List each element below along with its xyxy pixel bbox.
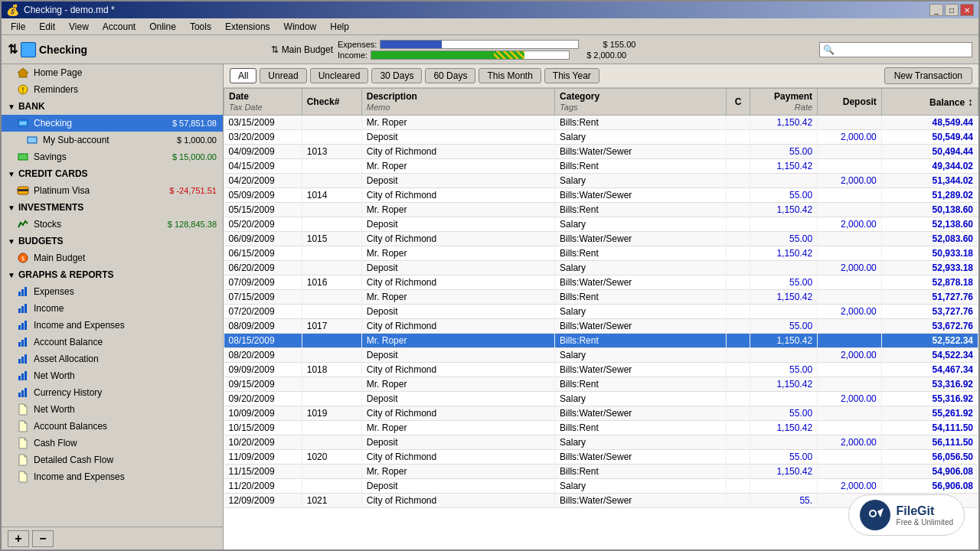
- cell-balance: 53,672.76: [881, 319, 978, 334]
- cell-check: [302, 348, 361, 363]
- sidebar-item-main-budget[interactable]: Main Budget: [2, 249, 223, 266]
- sidebar-item-detailed-cash-flow[interactable]: Detailed Cash Flow: [2, 452, 223, 468]
- menu-tools[interactable]: Tools: [184, 20, 217, 34]
- table-row[interactable]: 04/15/2009 Mr. Roper Bills:Rent 1,150.42…: [224, 159, 978, 174]
- menu-edit[interactable]: Edit: [33, 20, 61, 34]
- table-row[interactable]: 09/20/2009 Deposit Salary 2,000.00 55,31…: [224, 392, 978, 406]
- cell-c: [727, 465, 750, 479]
- watermark-sub: Free & Unlimited: [897, 518, 953, 527]
- menu-extensions[interactable]: Extensions: [219, 20, 276, 34]
- menu-file[interactable]: File: [5, 20, 31, 34]
- table-row[interactable]: 11/20/2009 Deposit Salary 2,000.00 56,90…: [224, 479, 978, 494]
- sidebar-group-credit[interactable]: ▼ CREDIT CARDS: [2, 165, 223, 182]
- table-row[interactable]: 10/20/2009 Deposit Salary 2,000.00 56,11…: [224, 435, 978, 450]
- maximize-button[interactable]: □: [945, 4, 959, 16]
- sidebar-item-reminders[interactable]: Reminders: [2, 81, 223, 98]
- sidebar-item-account-balance-chart[interactable]: Account Balance: [2, 334, 223, 350]
- cell-check: [302, 290, 361, 305]
- menu-view[interactable]: View: [63, 20, 95, 34]
- detailed-cash-flow-icon: [17, 454, 29, 466]
- table-row[interactable]: 07/20/2009 Deposit Salary 2,000.00 53,72…: [224, 305, 978, 319]
- sidebar-item-subaccount[interactable]: My Sub-account $ 1,000.00: [2, 132, 223, 148]
- budget-label[interactable]: ⇅ Main Budget: [271, 44, 333, 55]
- transactions-table-area[interactable]: DateTax Date Check# DescriptionMemo Cate…: [224, 88, 978, 549]
- graphs-label: GRAPHS & REPORTS: [18, 269, 114, 280]
- table-row[interactable]: 06/15/2009 Mr. Roper Bills:Rent 1,150.42…: [224, 246, 978, 261]
- table-row[interactable]: 10/09/2009 1019 City of Richmond Bills:W…: [224, 406, 978, 421]
- table-row[interactable]: 08/15/2009 Mr. Roper Bills:Rent 1,150.42…: [224, 334, 978, 348]
- sidebar-item-income-expenses-report[interactable]: Income and Expenses: [2, 468, 223, 485]
- cell-deposit: [818, 290, 882, 305]
- filter-60days[interactable]: 60 Days: [425, 68, 475, 83]
- cell-c: [727, 494, 750, 508]
- table-row[interactable]: 09/15/2009 Mr. Roper Bills:Rent 1,150.42…: [224, 377, 978, 392]
- sidebar-group-investments[interactable]: ▼ INVESTMENTS: [2, 199, 223, 216]
- cell-category: Bills:Rent: [555, 465, 727, 479]
- cell-c: [727, 116, 750, 130]
- sidebar-item-net-worth-report[interactable]: Net Worth: [2, 401, 223, 418]
- filter-unread[interactable]: Unread: [260, 68, 306, 83]
- table-row[interactable]: 03/20/2009 Deposit Salary 2,000.00 50,54…: [224, 130, 978, 145]
- menu-account[interactable]: Account: [96, 20, 142, 34]
- sidebar-item-expenses-chart[interactable]: Expenses: [2, 283, 223, 300]
- search-box[interactable]: 🔍: [819, 42, 972, 57]
- filter-this-month[interactable]: This Month: [479, 68, 541, 83]
- menu-online[interactable]: Online: [143, 20, 182, 34]
- sidebar-item-currency-history[interactable]: Currency History: [2, 384, 223, 401]
- sidebar-item-checking[interactable]: Checking $ 57,851.08: [2, 115, 223, 132]
- table-row[interactable]: 07/09/2009 1016 City of Richmond Bills:W…: [224, 276, 978, 290]
- cell-c: [727, 305, 750, 319]
- account-selector[interactable]: ⇅ Checking: [8, 42, 87, 57]
- menu-window[interactable]: Window: [278, 20, 323, 34]
- table-row[interactable]: 11/15/2009 Mr. Roper Bills:Rent 1,150.42…: [224, 465, 978, 479]
- table-row[interactable]: 07/15/2009 Mr. Roper Bills:Rent 1,150.42…: [224, 290, 978, 305]
- sidebar-group-budgets[interactable]: ▼ BUDGETS: [2, 233, 223, 249]
- cell-payment: 55.00: [750, 188, 817, 203]
- sidebar-item-income-chart[interactable]: Income: [2, 300, 223, 317]
- close-button[interactable]: ✕: [960, 4, 974, 16]
- table-row[interactable]: 11/09/2009 1020 City of Richmond Bills:W…: [224, 450, 978, 465]
- sidebar-item-platinum[interactable]: Platinum Visa $ -24,751.51: [2, 182, 223, 199]
- sidebar-group-bank[interactable]: ▼ BANK: [2, 98, 223, 115]
- cell-check: 1016: [302, 276, 361, 290]
- sidebar-item-cash-flow[interactable]: Cash Flow: [2, 435, 223, 452]
- filter-30days[interactable]: 30 Days: [371, 68, 422, 83]
- table-row[interactable]: 05/20/2009 Deposit Salary 2,000.00 52,13…: [224, 217, 978, 232]
- add-account-button[interactable]: +: [8, 530, 29, 547]
- cell-c: [727, 319, 750, 334]
- search-input[interactable]: [836, 44, 969, 55]
- sidebar-item-savings[interactable]: Savings $ 15,000.00: [2, 148, 223, 165]
- cell-payment: [750, 392, 817, 406]
- cell-date: 09/20/2009: [224, 392, 302, 406]
- cell-c: [727, 203, 750, 217]
- table-row[interactable]: 04/09/2009 1013 City of Richmond Bills:W…: [224, 145, 978, 159]
- sidebar-item-home[interactable]: Home Page: [2, 64, 223, 81]
- sidebar-group-graphs[interactable]: ▼ GRAPHS & REPORTS: [2, 266, 223, 283]
- sidebar-item-asset-allocation-chart[interactable]: Asset Allocation: [2, 350, 223, 367]
- sidebar-item-net-worth-chart[interactable]: Net Worth: [2, 367, 223, 384]
- income-expenses-report-icon: [17, 471, 29, 483]
- table-row[interactable]: 03/15/2009 Mr. Roper Bills:Rent 1,150.42…: [224, 116, 978, 130]
- table-row[interactable]: 05/15/2009 Mr. Roper Bills:Rent 1,150.42…: [224, 203, 978, 217]
- table-row[interactable]: 06/20/2009 Deposit Salary 2,000.00 52,93…: [224, 261, 978, 276]
- filter-uncleared[interactable]: Uncleared: [310, 68, 369, 83]
- cell-date: 05/20/2009: [224, 217, 302, 232]
- table-row[interactable]: 05/09/2009 1014 City of Richmond Bills:W…: [224, 188, 978, 203]
- sidebar-item-account-balances[interactable]: Account Balances: [2, 418, 223, 435]
- new-transaction-button[interactable]: New Transaction: [884, 67, 972, 84]
- remove-account-button[interactable]: −: [32, 530, 54, 547]
- table-row[interactable]: 10/15/2009 Mr. Roper Bills:Rent 1,150.42…: [224, 421, 978, 435]
- cell-payment: [750, 217, 817, 232]
- menu-help[interactable]: Help: [324, 20, 355, 34]
- table-row[interactable]: 08/09/2009 1017 City of Richmond Bills:W…: [224, 319, 978, 334]
- sidebar-item-income-expenses-chart[interactable]: Income and Expenses: [2, 317, 223, 334]
- sidebar-item-stocks[interactable]: Stocks $ 128,845.38: [2, 216, 223, 233]
- cell-date: 03/15/2009: [224, 116, 302, 130]
- table-row[interactable]: 09/09/2009 1018 City of Richmond Bills:W…: [224, 363, 978, 377]
- table-row[interactable]: 04/20/2009 Deposit Salary 2,000.00 51,34…: [224, 174, 978, 188]
- table-row[interactable]: 08/20/2009 Deposit Salary 2,000.00 54,52…: [224, 348, 978, 363]
- minimize-button[interactable]: _: [929, 4, 943, 16]
- filter-this-year[interactable]: This Year: [544, 68, 599, 83]
- filter-all[interactable]: All: [230, 68, 256, 83]
- table-row[interactable]: 06/09/2009 1015 City of Richmond Bills:W…: [224, 232, 978, 246]
